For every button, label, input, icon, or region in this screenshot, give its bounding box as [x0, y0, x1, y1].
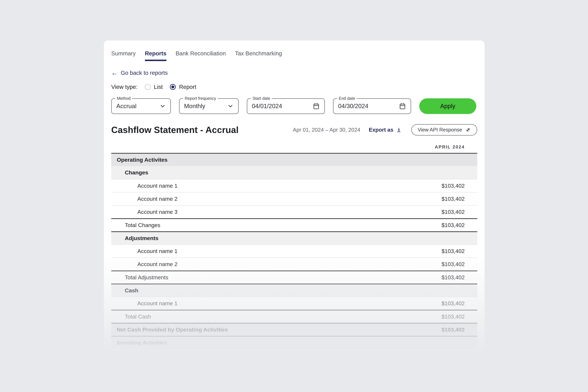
table-row: Cash: [111, 284, 477, 296]
row-label: Account name 2: [137, 261, 178, 268]
table-row: Operating Activites: [111, 153, 477, 166]
row-value: $103,402: [442, 182, 465, 189]
table-row: Account name 1$103,402: [111, 296, 477, 310]
row-label: Net Cash Provided by Operating Activitie…: [117, 326, 228, 333]
row-label: Investing Activities: [117, 340, 167, 346]
expand-diagonal-icon: [465, 127, 471, 133]
page-title: Cashflow Statement - Accrual: [111, 124, 239, 135]
go-back-label: Go back to reports: [121, 70, 168, 76]
view-api-response-label: View API Response: [418, 127, 462, 133]
report-frequency-value: Monthly: [184, 103, 205, 110]
apply-button[interactable]: Apply: [419, 98, 476, 114]
row-label: Total Cash: [125, 314, 151, 320]
tab-bank-reconciliation[interactable]: Bank Reconciliation: [176, 50, 226, 61]
end-date-input[interactable]: End date 04/30/2024: [333, 98, 411, 114]
table-row: Account name 2$103,402: [111, 192, 477, 205]
row-label: Account name 1: [137, 300, 178, 306]
row-label: Cash: [125, 287, 138, 294]
table-row: Changes: [111, 166, 477, 179]
row-label: Account name 1: [137, 182, 178, 189]
tab-bar: Summary Reports Bank Reconciliation Tax …: [111, 50, 477, 61]
row-value: $103,402: [442, 326, 465, 333]
view-api-response-button[interactable]: View API Response: [411, 124, 477, 136]
radio-option-report[interactable]: Report: [170, 84, 196, 90]
row-value: $103,402: [442, 196, 465, 202]
view-type-group: View type: List Report: [111, 84, 477, 90]
row-value: $103,402: [442, 300, 465, 306]
row-value: $103,402: [442, 248, 465, 254]
tab-tax-benchmarking[interactable]: Tax Benchmarking: [235, 50, 282, 61]
row-value: $103,402: [442, 314, 465, 320]
table-row: Net Cash Provided by Operating Activitie…: [111, 323, 477, 336]
tab-summary[interactable]: Summary: [111, 50, 136, 61]
table-row: Account name 1$103,402: [111, 179, 477, 192]
export-as-button[interactable]: Export as: [369, 127, 402, 133]
method-select[interactable]: Method Accrual: [111, 98, 171, 114]
chevron-down-icon: [160, 103, 166, 109]
report-header: Cashflow Statement - Accrual Apr 01, 202…: [111, 124, 477, 136]
radio-selected-icon: [170, 84, 176, 90]
export-as-label: Export as: [369, 127, 393, 133]
table-row: Adjustments: [111, 231, 477, 244]
row-label: Total Adjustments: [125, 274, 168, 280]
table-row: Total Cash$103,402: [111, 310, 477, 323]
filter-bar: Method Accrual Report frequency Monthly …: [111, 98, 477, 114]
date-range-text: Apr 01, 2024 – Apr 30, 2024: [293, 127, 360, 133]
row-value: $103,402: [442, 274, 465, 280]
table-row: Total Changes$103,402: [111, 218, 477, 231]
cashflow-table: APRIL 2024 Operating ActivitesChangesAcc…: [111, 144, 477, 349]
report-frequency-label: Report frequency: [183, 96, 218, 101]
radio-unselected-icon: [145, 84, 150, 90]
report-card: Summary Reports Bank Reconciliation Tax …: [104, 40, 484, 353]
method-value: Accrual: [116, 103, 136, 110]
go-back-link[interactable]: ← Go back to reports: [111, 70, 168, 76]
row-label: Operating Activites: [117, 157, 168, 163]
table-row: Investing Activities: [111, 336, 477, 349]
table-row: Account name 3$103,402: [111, 205, 477, 218]
row-value: $103,402: [442, 209, 465, 215]
table-row: Total Adjustments$103,402: [111, 270, 477, 284]
column-header-april-2024: APRIL 2024: [111, 144, 477, 153]
start-date-label: Start date: [251, 96, 272, 101]
end-date-label: End date: [337, 96, 357, 101]
report-frequency-select[interactable]: Report frequency Monthly: [179, 98, 239, 114]
start-date-value: 04/01/2024: [252, 103, 282, 110]
chevron-down-icon: [227, 103, 234, 109]
start-date-input[interactable]: Start date 04/01/2024: [247, 98, 325, 114]
tab-reports[interactable]: Reports: [145, 50, 166, 61]
arrow-left-icon: ←: [111, 70, 118, 76]
download-icon: [396, 127, 402, 133]
end-date-value: 04/30/2024: [338, 103, 368, 110]
row-value: $103,402: [442, 261, 465, 268]
view-type-label: View type:: [111, 84, 138, 90]
table-row: Account name 1$103,402: [111, 244, 477, 258]
row-label: Account name 3: [137, 209, 178, 215]
row-label: Account name 2: [137, 196, 178, 202]
row-label: Changes: [125, 170, 148, 176]
table-row: Account name 2$103,402: [111, 258, 477, 270]
method-label: Method: [115, 96, 132, 101]
radio-option-list[interactable]: List: [145, 84, 163, 90]
row-label: Total Changes: [125, 222, 160, 228]
row-label: Account name 1: [137, 248, 178, 254]
calendar-icon[interactable]: [312, 102, 320, 110]
radio-list-label: List: [154, 84, 163, 90]
row-value: $103,402: [442, 222, 465, 228]
calendar-icon[interactable]: [399, 102, 406, 110]
radio-report-label: Report: [179, 84, 196, 90]
table-body: Operating ActivitesChangesAccount name 1…: [111, 153, 477, 349]
row-label: Adjustments: [125, 235, 158, 242]
